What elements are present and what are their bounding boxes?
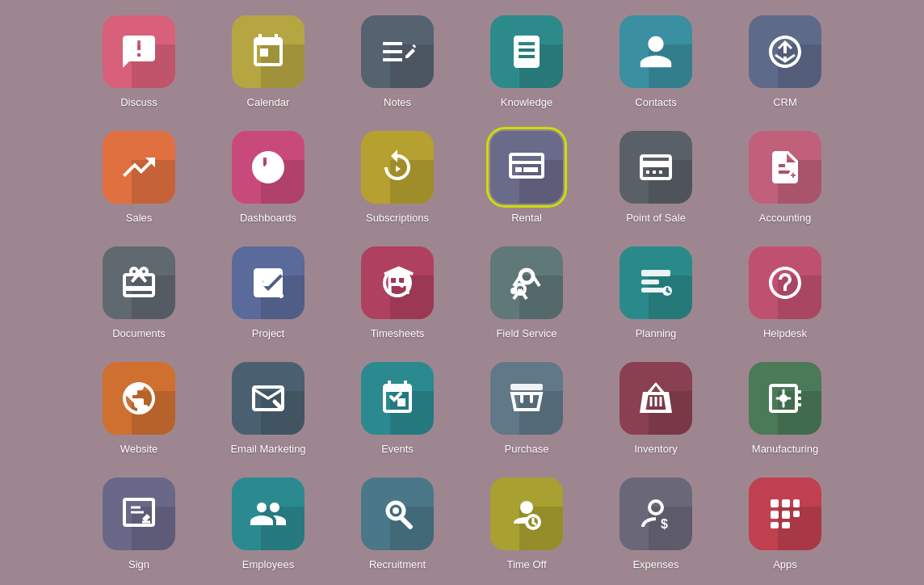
svg-rect-16 bbox=[641, 280, 659, 284]
app-item-project[interactable]: Project bbox=[220, 246, 317, 339]
app-icon-website bbox=[103, 362, 175, 435]
app-item-field-service[interactable]: Field Service bbox=[478, 246, 575, 339]
app-item-events[interactable]: Events bbox=[349, 362, 446, 455]
app-item-inventory[interactable]: Inventory bbox=[607, 362, 704, 455]
app-item-apps[interactable]: Apps bbox=[737, 478, 834, 570]
app-item-timesheets[interactable]: Timesheets bbox=[349, 246, 446, 339]
app-grid: DiscussCalendarNotesKnowledgeContactsCRM… bbox=[66, 0, 858, 585]
app-icon-helpdesk bbox=[749, 246, 821, 319]
app-label-apps: Apps bbox=[773, 558, 797, 570]
svg-rect-3 bbox=[515, 167, 522, 172]
app-icon-inventory bbox=[620, 362, 692, 435]
app-icon-email-marketing bbox=[232, 362, 304, 435]
app-icon-crm bbox=[749, 15, 821, 88]
app-label-project: Project bbox=[252, 327, 284, 339]
app-item-time-off[interactable]: Time Off bbox=[478, 478, 575, 570]
app-icon-point-of-sale bbox=[620, 131, 692, 204]
app-item-contacts[interactable]: Contacts bbox=[607, 15, 704, 108]
app-icon-accounting bbox=[749, 131, 821, 204]
app-label-manufacturing: Manufacturing bbox=[752, 443, 818, 455]
app-item-employees[interactable]: Employees bbox=[220, 478, 317, 570]
svg-rect-40 bbox=[782, 511, 790, 519]
app-icon-subscriptions bbox=[361, 131, 434, 204]
app-label-field-service: Field Service bbox=[496, 327, 556, 339]
app-item-subscriptions[interactable]: Subscriptions bbox=[349, 131, 446, 224]
svg-rect-38 bbox=[793, 499, 800, 507]
app-item-point-of-sale[interactable]: Point of Sale bbox=[607, 131, 704, 224]
svg-point-0 bbox=[265, 164, 271, 170]
app-icon-project bbox=[232, 246, 304, 319]
app-label-events: Events bbox=[381, 443, 414, 455]
app-item-purchase[interactable]: Purchase bbox=[478, 362, 575, 455]
app-label-time-off: Time Off bbox=[506, 558, 546, 570]
svg-rect-17 bbox=[641, 288, 664, 292]
app-label-subscriptions: Subscriptions bbox=[366, 212, 429, 224]
svg-rect-43 bbox=[782, 522, 790, 528]
app-label-purchase: Purchase bbox=[505, 443, 549, 455]
app-label-accounting: Accounting bbox=[759, 212, 811, 224]
app-label-point-of-sale: Point of Sale bbox=[626, 212, 686, 224]
app-item-dashboards[interactable]: Dashboards bbox=[220, 131, 317, 224]
app-icon-notes bbox=[361, 15, 434, 88]
app-item-email-marketing[interactable]: Email Marketing bbox=[220, 362, 317, 455]
app-label-employees: Employees bbox=[242, 558, 294, 570]
svg-point-30 bbox=[520, 501, 533, 514]
svg-rect-21 bbox=[510, 384, 543, 390]
svg-rect-42 bbox=[771, 522, 779, 528]
app-icon-dashboards bbox=[232, 131, 304, 204]
svg-text:$: $ bbox=[661, 517, 668, 531]
app-item-accounting[interactable]: Accounting bbox=[737, 131, 834, 224]
app-item-helpdesk[interactable]: Helpdesk bbox=[737, 246, 834, 339]
app-item-planning[interactable]: Planning bbox=[607, 246, 704, 339]
app-item-manufacturing[interactable]: Manufacturing bbox=[737, 362, 834, 455]
svg-line-33 bbox=[533, 523, 536, 524]
app-icon-events bbox=[361, 362, 434, 435]
svg-line-28 bbox=[402, 519, 410, 527]
app-item-documents[interactable]: Documents bbox=[90, 246, 187, 339]
app-item-sales[interactable]: Sales bbox=[90, 131, 187, 224]
app-label-sales: Sales bbox=[126, 212, 153, 224]
svg-line-20 bbox=[667, 291, 669, 292]
app-icon-apps bbox=[749, 478, 821, 550]
app-label-website: Website bbox=[120, 443, 158, 455]
svg-rect-39 bbox=[771, 511, 779, 519]
app-icon-planning bbox=[620, 246, 692, 319]
svg-rect-37 bbox=[782, 499, 790, 507]
svg-point-34 bbox=[649, 501, 662, 514]
app-icon-knowledge bbox=[490, 15, 563, 88]
app-item-sign[interactable]: Sign bbox=[90, 478, 187, 570]
app-icon-sign bbox=[103, 478, 175, 550]
app-label-expenses: Expenses bbox=[632, 558, 678, 570]
svg-rect-41 bbox=[793, 511, 800, 517]
app-label-contacts: Contacts bbox=[635, 96, 676, 108]
app-label-dashboards: Dashboards bbox=[240, 212, 296, 224]
svg-point-29 bbox=[393, 507, 399, 514]
app-label-discuss: Discuss bbox=[120, 96, 158, 108]
app-icon-discuss bbox=[103, 15, 175, 88]
svg-rect-15 bbox=[641, 270, 670, 276]
app-item-knowledge[interactable]: Knowledge bbox=[478, 15, 575, 108]
app-item-calendar[interactable]: Calendar bbox=[220, 15, 317, 108]
app-label-helpdesk: Helpdesk bbox=[763, 327, 807, 339]
app-label-recruitment: Recruitment bbox=[369, 558, 426, 570]
app-icon-expenses: $ bbox=[620, 478, 692, 550]
app-item-expenses[interactable]: $Expenses bbox=[607, 478, 704, 570]
app-item-crm[interactable]: CRM bbox=[737, 15, 834, 108]
app-label-email-marketing: Email Marketing bbox=[230, 443, 305, 455]
app-item-website[interactable]: Website bbox=[90, 362, 187, 455]
app-item-rental[interactable]: Rental bbox=[478, 131, 575, 224]
svg-rect-36 bbox=[771, 499, 779, 507]
app-icon-rental bbox=[490, 131, 563, 204]
app-icon-employees bbox=[232, 478, 304, 550]
app-label-planning: Planning bbox=[636, 327, 677, 339]
svg-point-14 bbox=[510, 288, 517, 294]
app-icon-contacts bbox=[620, 15, 692, 88]
app-icon-purchase bbox=[490, 362, 563, 435]
app-item-discuss[interactable]: Discuss bbox=[90, 15, 187, 108]
app-item-notes[interactable]: Notes bbox=[349, 15, 446, 108]
app-icon-field-service bbox=[490, 246, 563, 319]
app-icon-manufacturing bbox=[749, 362, 821, 435]
app-icon-documents bbox=[103, 246, 175, 319]
app-label-timesheets: Timesheets bbox=[371, 327, 425, 339]
app-item-recruitment[interactable]: Recruitment bbox=[349, 478, 446, 570]
